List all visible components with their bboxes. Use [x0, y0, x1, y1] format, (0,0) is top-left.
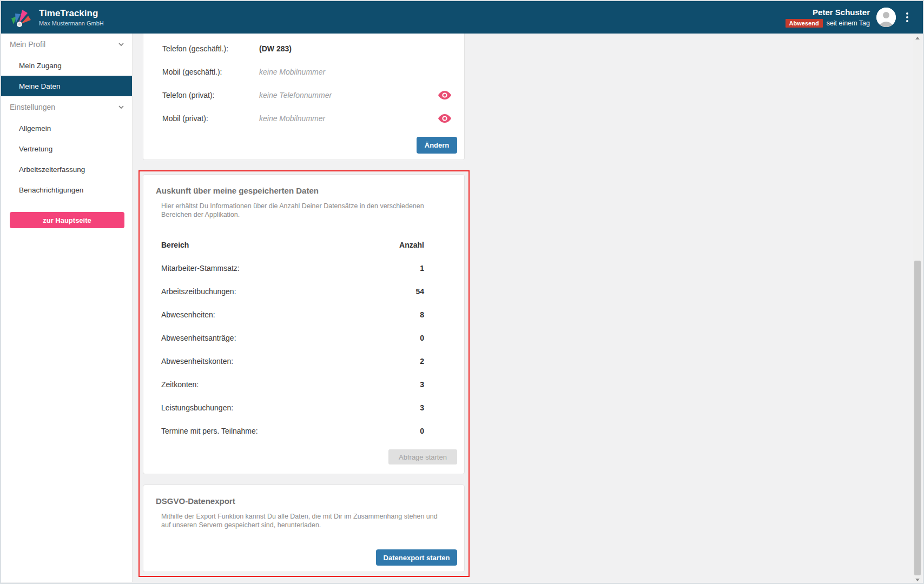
vertical-scrollbar[interactable] [913, 34, 922, 584]
sidebar-section-header[interactable]: Mein Profil [1, 34, 132, 55]
data-info-card: Auskunft über meine gespeicherten Daten … [143, 174, 465, 474]
scrollbar-thumb[interactable] [914, 261, 921, 575]
contact-card: Telefon (geschäftl.): (DW 283) Mobil (ge… [143, 34, 465, 160]
sidebar-section-header[interactable]: Einstellungen [1, 96, 132, 118]
user-block: Peter Schuster Abwesend seit einem Tag [786, 8, 870, 28]
visibility-eye-icon[interactable] [438, 91, 451, 99]
status-badge: Abwesend [786, 19, 823, 28]
export-description: Mithilfe der Export Funktion kannst Du a… [161, 512, 448, 529]
scroll-up-icon[interactable] [913, 34, 922, 42]
scroll-down-icon[interactable] [913, 575, 922, 584]
chevron-down-icon [118, 41, 124, 48]
top-bar: TimeTracking Max Mustermann GmbH Peter S… [1, 1, 923, 34]
field-label: Telefon (geschäftl.): [162, 44, 259, 53]
data-count-table: Bereich Anzahl Mitarbeiter-Stammsatz: 1 … [161, 233, 424, 442]
app-logo-icon [10, 6, 32, 28]
table-row: Leistungsbuchungen: 3 [161, 396, 424, 419]
contact-row: Telefon (geschäftl.): (DW 283) [143, 37, 464, 60]
field-value[interactable]: keine Mobilnummer [259, 114, 438, 123]
sidebar-item-allgemein[interactable]: Allgemein [1, 118, 132, 138]
brand-block: TimeTracking Max Mustermann GmbH [39, 8, 104, 26]
field-label: Mobil (geschäftl.): [162, 68, 259, 76]
timetracking-app: TimeTracking Max Mustermann GmbH Peter S… [0, 0, 924, 584]
sidebar-item-benachrichtigungen[interactable]: Benachrichtigungen [1, 180, 132, 200]
table-row: Termine mit pers. Teilnahme: 0 [161, 419, 424, 442]
sidebar-item-mein-zugang[interactable]: Mein Zugang [1, 55, 132, 76]
data-info-title: Auskunft über meine gespeicherten Daten [156, 186, 464, 195]
export-card: DSGVO-Datenexport Mithilfe der Export Fu… [143, 485, 465, 572]
chevron-down-icon [118, 104, 124, 110]
home-button[interactable]: zur Hauptseite [10, 212, 124, 228]
table-row: Arbeitszeitbuchungen: 54 [161, 280, 424, 303]
person-icon [876, 8, 896, 27]
contact-row: Telefon (privat): keine Telefonnummer [143, 83, 464, 107]
overflow-menu-icon[interactable] [900, 8, 914, 27]
table-row: Zeitkonten: 3 [161, 373, 424, 396]
field-label: Telefon (privat): [162, 91, 259, 99]
table-row: Mitarbeiter-Stammsatz: 1 [161, 256, 424, 280]
app-title: TimeTracking [39, 8, 104, 19]
status-since: seit einem Tag [827, 19, 870, 27]
change-button[interactable]: Ändern [417, 137, 457, 154]
export-title: DSGVO-Datenexport [156, 496, 464, 506]
data-info-description: Hier erhältst Du Informationen über die … [161, 202, 448, 219]
sidebar-item-vertretung[interactable]: Vertretung [1, 138, 132, 159]
avatar[interactable] [876, 8, 896, 27]
user-name: Peter Schuster [786, 8, 870, 17]
table-row: Abwesenheitsanträge: 0 [161, 326, 424, 349]
table-row: Bereich Anzahl [161, 233, 424, 256]
export-button[interactable]: Datenexport starten [376, 549, 457, 566]
contact-row: Mobil (privat): keine Mobilnummer [143, 107, 464, 130]
field-value[interactable]: (DW 283) [259, 44, 451, 53]
sidebar: Mein Profil Mein Zugang Meine Daten Eins… [1, 34, 133, 582]
app-subtitle: Max Mustermann GmbH [39, 20, 104, 26]
field-label: Mobil (privat): [162, 114, 259, 123]
visibility-eye-icon[interactable] [438, 114, 451, 123]
contact-row: Mobil (geschäftl.): keine Mobilnummer [143, 60, 464, 83]
field-value[interactable]: keine Mobilnummer [259, 68, 451, 76]
field-value[interactable]: keine Telefonnummer [259, 91, 438, 99]
table-row: Abwesenheiten: 8 [161, 303, 424, 326]
sidebar-item-arbeitszeiterfassung[interactable]: Arbeitszeiterfassung [1, 159, 132, 180]
table-row: Abwesenheitskonten: 2 [161, 349, 424, 373]
query-button[interactable]: Abfrage starten [388, 449, 457, 464]
sidebar-item-meine-daten[interactable]: Meine Daten [1, 76, 132, 96]
